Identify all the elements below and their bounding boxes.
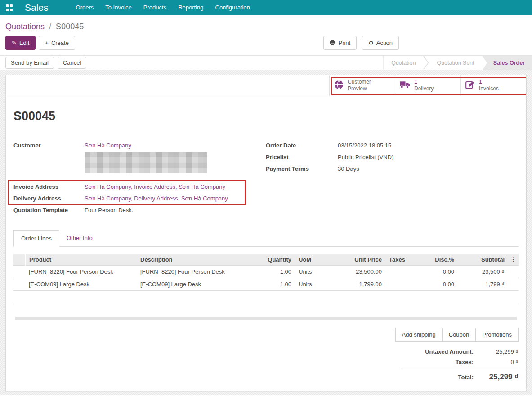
field-invoice-address: Invoice Address Sơn Hà Company, Invoice … — [13, 181, 266, 193]
chevron-right-icon — [423, 56, 429, 70]
cell-disc[interactable]: 0.00 — [411, 278, 458, 291]
invoice-edit-icon — [465, 80, 475, 90]
header-uom: UoM — [295, 254, 337, 266]
plus-icon: + — [45, 40, 49, 46]
record-title: S00045 — [13, 109, 519, 123]
apps-grid-icon[interactable] — [6, 4, 13, 11]
edit-button[interactable]: ✎Edit — [5, 36, 36, 50]
redacted-address-block — [85, 152, 207, 173]
cell-menu-spacer — [508, 278, 519, 291]
create-button[interactable]: +Create — [39, 36, 75, 50]
add-shipping-button[interactable]: Add shipping — [395, 328, 443, 342]
header-taxes: Taxes — [385, 254, 411, 266]
invoices-stat-button[interactable]: 1 Invoices — [460, 75, 526, 96]
row-handle — [13, 278, 25, 291]
cell-product[interactable]: [FURN_8220] Four Person Desk — [25, 266, 137, 278]
customer-preview-button[interactable]: Customer Preview — [329, 75, 395, 96]
nav-item-products[interactable]: Products — [138, 0, 172, 15]
delivery-address-link[interactable]: Sơn Hà Company, Delivery Address, Sơn Hà… — [85, 193, 228, 204]
cell-uom[interactable]: Units — [295, 266, 337, 278]
total-value: 25,299 ₫ — [474, 373, 519, 382]
nav-item-reporting[interactable]: Reporting — [172, 0, 209, 15]
control-panel: Quotations / S00045 ✎Edit +Create Print … — [0, 15, 532, 55]
cell-taxes[interactable] — [385, 266, 411, 278]
nav-item-configuration[interactable]: Configuration — [210, 0, 256, 15]
payment-terms-value: 30 Days — [338, 163, 359, 175]
stat-label: Delivery — [414, 85, 434, 92]
cell-subtotal[interactable]: 1,799 ₫ — [458, 278, 508, 291]
cell-uom[interactable]: Units — [295, 278, 337, 291]
cancel-button[interactable]: Cancel — [58, 57, 86, 69]
cell-product[interactable]: [E-COM09] Large Desk — [25, 278, 137, 291]
customer-link[interactable]: Sơn Hà Company — [85, 140, 131, 151]
cell-subtotal[interactable]: 23,500 ₫ — [458, 266, 508, 278]
taxes-value: 0 ₫ — [474, 359, 519, 365]
gear-icon: ⚙ — [368, 40, 374, 46]
header-description: Description — [137, 254, 248, 266]
field-pricelist: Pricelist Public Pricelist (VND) — [266, 151, 518, 163]
handle-column-header — [13, 254, 25, 266]
invoice-address-label: Invoice Address — [13, 181, 85, 193]
delivery-stat-button[interactable]: 1 Delivery — [395, 75, 460, 96]
stat-label: Customer — [348, 79, 371, 85]
breadcrumb-quotations-link[interactable]: Quotations — [5, 22, 45, 31]
content-background: Customer Preview 1 Delivery 1 — [0, 70, 532, 395]
header-unit-price: Unit Price — [337, 254, 385, 266]
cell-unit-price[interactable]: 23,500.00 — [337, 266, 385, 278]
nav-item-orders[interactable]: Orders — [70, 0, 100, 15]
row-handle — [13, 266, 25, 278]
tab-other-info[interactable]: Other Info — [59, 230, 100, 246]
delivery-address-label: Delivery Address — [13, 193, 85, 204]
nav-item-to-invoice[interactable]: To Invoice — [99, 0, 138, 15]
order-date-label: Order Date — [266, 140, 338, 151]
header-subtotal: Subtotal — [458, 254, 508, 266]
send-by-email-button[interactable]: Send by Email — [5, 57, 54, 69]
breadcrumb: Quotations / S00045 — [5, 22, 527, 31]
order-line-row[interactable]: [FURN_8220] Four Person Desk [FURN_8220]… — [13, 266, 519, 278]
globe-icon — [334, 80, 344, 91]
header-product: Product — [25, 254, 137, 266]
quotation-template-label: Quotation Template — [13, 204, 85, 216]
order-lines-table: Product Description Quantity UoM Unit Pr… — [13, 254, 519, 304]
cell-description[interactable]: [FURN_8220] Four Person Desk — [137, 266, 248, 278]
invoice-address-link[interactable]: Sơn Hà Company, Invoice Address, Sơn Hà … — [85, 181, 225, 193]
cell-quantity[interactable]: 1.00 — [248, 266, 295, 278]
order-line-row[interactable]: [E-COM09] Large Desk [E-COM09] Large Des… — [13, 278, 519, 291]
action-button[interactable]: ⚙Action — [362, 36, 399, 50]
cell-quantity[interactable]: 1.00 — [248, 278, 295, 291]
untaxed-amount-value: 25,299 ₫ — [474, 348, 519, 355]
stat-count: 1 — [414, 79, 434, 85]
field-order-date: Order Date 03/15/2022 18:05:15 — [266, 140, 518, 151]
cell-menu-spacer — [508, 266, 519, 278]
column-options-icon[interactable]: ⋮ — [508, 254, 519, 266]
header-quantity: Quantity — [248, 254, 295, 266]
field-customer: Customer Sơn Hà Company — [13, 140, 266, 151]
cell-disc[interactable]: 0.00 — [411, 266, 458, 278]
stat-label: Preview — [348, 85, 371, 92]
cell-taxes[interactable] — [385, 278, 411, 291]
print-button[interactable]: Print — [323, 36, 357, 50]
printer-icon — [330, 40, 335, 46]
tab-order-lines[interactable]: Order Lines — [13, 230, 59, 247]
field-quotation-template: Quotation Template Four Person Desk. — [13, 204, 266, 216]
top-navbar: Sales Orders To Invoice Products Reporti… — [0, 0, 532, 15]
empty-table-row — [13, 291, 519, 304]
stat-label: Invoices — [479, 85, 499, 92]
cell-description[interactable]: [E-COM09] Large Desk — [137, 278, 248, 291]
app-brand[interactable]: Sales — [25, 2, 49, 13]
step-sales-order[interactable]: Sales Order — [482, 56, 532, 70]
order-date-value: 03/15/2022 18:05:15 — [338, 140, 391, 151]
field-grid: Customer Sơn Hà Company Invoice Address … — [13, 140, 519, 216]
field-payment-terms: Payment Terms 30 Days — [266, 163, 518, 175]
step-quotation-sent[interactable]: Quotation Sent — [429, 56, 482, 70]
coupon-button[interactable]: Coupon — [442, 328, 476, 342]
step-quotation[interactable]: Quotation — [384, 56, 423, 70]
quotation-template-value: Four Person Desk. — [85, 204, 133, 216]
promotions-button[interactable]: Promotions — [475, 328, 519, 342]
status-steps: Quotation Quotation Sent Sales Order — [383, 56, 532, 70]
footer-buttons: Add shipping Coupon Promotions — [13, 328, 519, 342]
cell-unit-price[interactable]: 1,799.00 — [337, 278, 385, 291]
breadcrumb-current: S00045 — [56, 22, 84, 31]
truck-icon — [400, 81, 410, 90]
taxes-row: Taxes: 0 ₫ — [400, 357, 519, 367]
